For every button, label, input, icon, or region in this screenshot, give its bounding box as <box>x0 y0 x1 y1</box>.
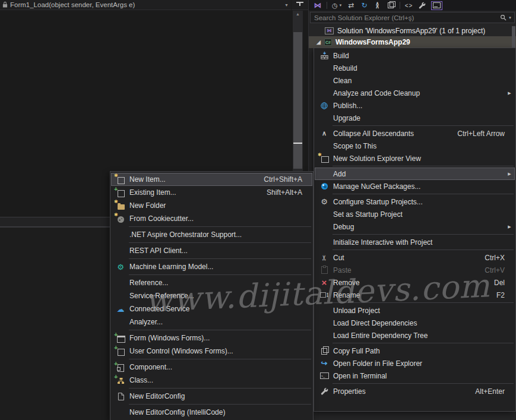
sync-with-active-document-icon[interactable]: ⇄ <box>347 1 356 10</box>
no-icon <box>315 75 333 86</box>
menu-item-connected-service[interactable]: ☁Connected Service <box>111 302 312 315</box>
menu-separator <box>333 302 514 303</box>
menu-item-debug[interactable]: Debug▶ <box>315 220 515 233</box>
menu-item-set-as-startup-project[interactable]: Set as Startup Project <box>315 208 515 220</box>
menu-item-label: New Item... <box>129 175 264 184</box>
breadcrumb-dropdown-icon[interactable]: ▼ <box>284 3 289 7</box>
solution-search-input[interactable] <box>313 14 500 22</box>
menu-item-upgrade[interactable]: Upgrade <box>315 112 515 124</box>
preview-selected-items-icon[interactable] <box>431 1 442 10</box>
menu-item-label: Analyze and Code Cleanup <box>333 89 506 97</box>
menu-item-rename[interactable]: IRenameF2 <box>315 289 515 301</box>
menu-item-analyze-and-code-cleanup[interactable]: Analyze and Code Cleanup▶ <box>315 87 515 99</box>
menu-item-user-control-windows-forms[interactable]: +User Control (Windows Forms)... <box>111 345 312 358</box>
publish-globe-icon <box>315 100 333 111</box>
menu-item-class[interactable]: +Class... <box>111 374 312 387</box>
menu-item-new-solution-explorer-view[interactable]: ✱New Solution Explorer View <box>315 152 515 165</box>
menu-item-label: Copy Full Path <box>333 347 514 355</box>
menu-item-from-cookiecutter[interactable]: ✱From Cookiecutter... <box>111 212 312 225</box>
menu-item-component[interactable]: +Component... <box>111 361 312 374</box>
menu-item-copy-full-path[interactable]: Copy Full Path <box>315 345 515 357</box>
menu-item-build[interactable]: Build <box>315 49 515 62</box>
menu-item-clean[interactable]: Clean <box>315 74 515 87</box>
menu-item-net-aspire-orchestrator-support[interactable]: .NET Aspire Orchestrator Support... <box>111 228 312 241</box>
menu-item-unload-project[interactable]: Unload Project <box>315 304 515 317</box>
no-icon <box>315 140 333 151</box>
refresh-icon[interactable]: ↻ <box>360 1 369 10</box>
menu-item-label: User Control (Windows Forms)... <box>129 347 312 355</box>
splitter-icon <box>296 2 303 8</box>
menu-item-remove[interactable]: ×RemoveDel <box>315 276 515 289</box>
editor-breadcrumb-bar[interactable]: Form1_Load(object sender, EventArgs e) ▼ <box>0 0 291 10</box>
menu-item-new-editorconfig-intellicode[interactable]: New EditorConfig (IntelliCode) <box>111 406 312 419</box>
tree-scrollbar-thumb[interactable] <box>512 26 515 49</box>
menu-item-paste[interactable]: PasteCtrl+V <box>315 264 515 276</box>
menu-item-collapse-all-descendants[interactable]: ∧Collapse All DescendantsCtrl+Left Arrow <box>315 127 515 140</box>
menu-item-label: Connected Service <box>129 305 312 313</box>
menu-item-label: Load Entire Dependency Tree <box>333 331 514 340</box>
magnifier-icon[interactable] <box>500 12 506 23</box>
menu-item-label: From Cookiecutter... <box>129 214 312 223</box>
no-icon <box>315 168 333 179</box>
menu-item-label: Properties <box>333 387 475 396</box>
menu-item-load-entire-dependency-tree[interactable]: Load Entire Dependency Tree <box>315 329 515 342</box>
menu-separator <box>129 330 311 330</box>
menu-item-label: Reference... <box>129 279 312 287</box>
menu-item-cut[interactable]: ✂CutCtrl+X <box>315 251 515 264</box>
menu-item-new-item[interactable]: ✱New Item...Ctrl+Shift+A <box>111 173 312 186</box>
menu-item-existing-item[interactable]: +Existing Item...Shift+Alt+A <box>111 186 312 199</box>
menu-item-shortcut: Shift+Alt+A <box>267 188 302 197</box>
breadcrumb-text: Form1_Load(object sender, EventArgs e) <box>10 1 282 8</box>
collapse-chevron-icon: ∧ <box>315 128 333 139</box>
menu-item-manage-nuget-packages[interactable]: Manage NuGet Packages... <box>315 180 515 192</box>
menu-item-open-in-terminal[interactable]: >_Open in Terminal <box>315 370 515 382</box>
menu-item-label: Paste <box>333 266 485 274</box>
menu-item-rest-api-client[interactable]: REST API Client... <box>111 244 312 257</box>
menu-item-new-folder[interactable]: ✱New Folder <box>111 199 312 212</box>
menu-item-label: Remove <box>333 279 494 287</box>
menu-item-load-direct-dependencies[interactable]: Load Direct Dependencies <box>315 317 515 329</box>
rename-icon: I <box>315 289 333 301</box>
menu-item-shortcut: Alt+Enter <box>475 387 505 396</box>
view-code-icon[interactable]: <> <box>405 1 413 10</box>
no-icon <box>112 245 129 257</box>
show-all-files-icon[interactable] <box>387 1 395 10</box>
search-options-caret-icon[interactable]: ▼ <box>508 16 512 20</box>
menu-separator <box>129 242 311 243</box>
scrollbar-thumb[interactable] <box>293 32 302 169</box>
no-icon <box>315 87 333 99</box>
scroll-up-icon[interactable]: ▲ <box>293 12 303 16</box>
tree-row-solution[interactable]: ⋈ Solution 'WindowsFormsApp29' (1 of 1 p… <box>309 25 516 36</box>
menu-item-new-editorconfig[interactable]: New EditorConfig <box>111 390 312 403</box>
menu-item-machine-learning-model[interactable]: ⚙Machine Learning Model... <box>111 260 312 273</box>
menu-item-form-windows-forms[interactable]: +Form (Windows Forms)... <box>111 331 312 345</box>
menu-item-label: New EditorConfig (IntelliCode) <box>129 408 312 416</box>
project-context-menu: BuildRebuildCleanAnalyze and Code Cleanu… <box>314 48 516 412</box>
menu-item-label: Clean <box>333 77 514 85</box>
submenu-arrow-icon: ▶ <box>506 225 513 229</box>
menu-item-configure-startup-projects[interactable]: ⚙Configure Startup Projects... <box>315 195 515 208</box>
menu-item-analyzer[interactable]: Analyzer... <box>111 315 312 329</box>
menu-item-scope-to-this[interactable]: Scope to This <box>315 140 515 152</box>
new-item-icon: ✱ <box>112 173 129 185</box>
menu-item-add[interactable]: Add▶ <box>315 168 515 180</box>
menu-item-publish[interactable]: Publish... <box>315 99 515 112</box>
solution-search-box[interactable]: ▼ <box>310 12 515 23</box>
properties-wrench-icon[interactable] <box>418 1 426 10</box>
menu-item-properties[interactable]: PropertiesAlt+Enter <box>315 385 515 397</box>
menu-item-label: Rebuild <box>333 64 514 72</box>
editor-splitter-button[interactable] <box>292 0 308 10</box>
tree-row-project[interactable]: ◢ C# WindowsFormsApp29 <box>309 36 516 48</box>
copy-icon <box>315 345 333 356</box>
menu-item-label: Unload Project <box>333 307 514 315</box>
menu-item-reference[interactable]: Reference... <box>111 276 312 289</box>
history-filter-icon[interactable]: ◷▼ <box>332 1 343 10</box>
menu-item-label: Form (Windows Forms)... <box>129 334 312 342</box>
visual-studio-icon[interactable]: ⋈ <box>314 1 322 10</box>
menu-item-open-folder-in-file-explorer[interactable]: ↪Open Folder in File Explorer <box>315 357 515 370</box>
collapse-all-icon[interactable]: ∧∧ <box>373 1 382 10</box>
menu-item-rebuild[interactable]: Rebuild <box>315 62 515 74</box>
menu-item-service-reference[interactable]: Service Reference... <box>111 289 312 302</box>
expand-arrow-icon[interactable]: ◢ <box>316 39 321 45</box>
menu-item-initialize-interactive-with-project[interactable]: Initialize Interactive with Project <box>315 236 515 248</box>
